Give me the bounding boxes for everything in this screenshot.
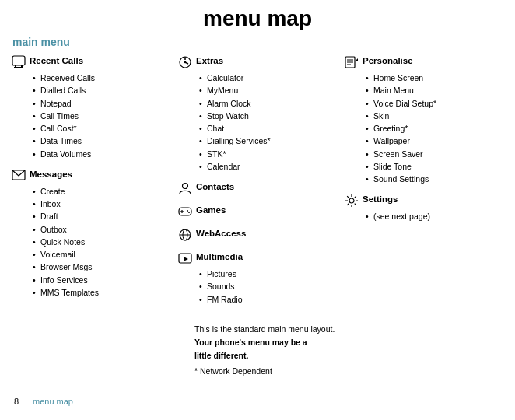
settings-icon [344, 193, 359, 208]
personalise-section: Personalise Home Screen Main Menu Voice … [344, 54, 504, 185]
svg-rect-3 [14, 67, 23, 68]
page-number: 8 [14, 397, 19, 406]
messages-header: Messages [11, 168, 171, 184]
extras-header: Extras [177, 54, 338, 70]
column-3: Personalise Home Screen Main Menu Voice … [341, 54, 507, 313]
multimedia-list: Pictures Sounds FM Radio [177, 268, 338, 306]
contacts-icon [177, 180, 193, 196]
games-icon [177, 204, 193, 219]
games-header: Games [177, 204, 338, 219]
webaccess-icon [177, 227, 193, 243]
page-title: menu map [0, 0, 515, 31]
footer: This is the standard main menu layout. Y… [0, 323, 515, 378]
footer-note: * Network Dependent [194, 365, 499, 378]
settings-list: (see next page) [344, 210, 504, 222]
extras-title: Extras [196, 54, 223, 65]
list-item: Voicemail [33, 248, 171, 261]
list-item: Pictures [199, 268, 338, 280]
games-section: Games [177, 204, 338, 219]
list-item: Skin [366, 110, 504, 122]
svg-point-24 [349, 198, 354, 203]
list-item: Sound Settings [366, 173, 504, 185]
list-item: Inbox [33, 198, 171, 210]
list-item: (see next page) [366, 210, 504, 222]
list-item: Greeting* [366, 122, 504, 135]
page-label-bottom: menu map [33, 397, 73, 406]
list-item: Call Times [33, 110, 171, 122]
list-item: Wallpaper [366, 135, 504, 147]
messages-section: Messages Create Inbox Draft Outbox Quick… [11, 168, 171, 299]
list-item: Slide Tone [366, 160, 504, 173]
list-item: FM Radio [199, 293, 338, 306]
list-item: Received Calls [33, 72, 171, 84]
column-1: Recent Calls Received Calls Dialled Call… [8, 54, 174, 313]
list-item: Dialled Calls [33, 84, 171, 96]
personalise-header: Personalise [344, 54, 504, 70]
list-item: Calculator [199, 72, 338, 84]
webaccess-title: WebAccess [196, 227, 246, 238]
recent-calls-list: Received Calls Dialled Calls Notepad Cal… [11, 72, 171, 160]
svg-rect-0 [12, 56, 25, 65]
messages-list: Create Inbox Draft Outbox Quick Notes Vo… [11, 185, 171, 299]
list-item: Draft [33, 210, 171, 222]
games-title: Games [196, 204, 226, 215]
list-item: Create [33, 185, 171, 198]
extras-icon [177, 54, 193, 70]
extras-section: Extras Calculator MyMenu Alarm Clock Sto… [177, 54, 338, 173]
list-item: Data Times [33, 135, 171, 147]
list-item: Alarm Clock [199, 97, 338, 110]
personalise-title: Personalise [363, 54, 413, 65]
settings-title: Settings [363, 193, 398, 204]
personalise-list: Home Screen Main Menu Voice Dial Setup* … [344, 72, 504, 185]
list-item: Outbox [33, 223, 171, 236]
webaccess-header: WebAccess [177, 227, 338, 243]
list-item: STK* [199, 148, 338, 160]
list-item: Info Services [33, 274, 171, 286]
recent-calls-icon [11, 54, 26, 70]
footer-line3: little different. [194, 349, 499, 362]
svg-point-8 [184, 61, 186, 63]
column-2: Extras Calculator MyMenu Alarm Clock Sto… [174, 54, 341, 313]
recent-calls-section: Recent Calls Received Calls Dialled Call… [11, 54, 171, 160]
main-content: Recent Calls Received Calls Dialled Call… [0, 54, 515, 313]
personalise-icon [344, 54, 359, 70]
messages-icon [11, 168, 26, 184]
list-item: Notepad [33, 97, 171, 110]
multimedia-section: Multimedia Pictures Sounds FM Radio [177, 250, 338, 306]
svg-point-13 [187, 210, 188, 212]
section-title: main menu [12, 36, 515, 48]
svg-point-14 [188, 212, 190, 213]
contacts-section: Contacts [177, 180, 338, 196]
recent-calls-header: Recent Calls [11, 54, 171, 70]
svg-marker-19 [184, 257, 188, 261]
footer-line2: Your phone's menu may be a [194, 336, 499, 349]
settings-section: Settings (see next page) [344, 193, 504, 222]
multimedia-title: Multimedia [196, 250, 243, 261]
list-item: Main Menu [366, 84, 504, 96]
list-item: MyMenu [199, 84, 338, 96]
contacts-title: Contacts [196, 180, 234, 191]
contacts-header: Contacts [177, 180, 338, 196]
list-item: Screen Saver [366, 148, 504, 160]
list-item: Call Cost* [33, 122, 171, 135]
footer-line1: This is the standard main menu layout. [194, 323, 499, 336]
list-item: Home Screen [366, 72, 504, 84]
list-item: Data Volumes [33, 148, 171, 160]
list-item: MMS Templates [33, 286, 171, 299]
webaccess-section: WebAccess [177, 227, 338, 243]
extras-list: Calculator MyMenu Alarm Clock Stop Watch… [177, 72, 338, 173]
multimedia-icon [177, 250, 193, 266]
list-item: Quick Notes [33, 236, 171, 248]
list-item: Dialling Services* [199, 135, 338, 147]
recent-calls-title: Recent Calls [30, 54, 83, 65]
list-item: Chat [199, 122, 338, 135]
list-item: Sounds [199, 280, 338, 292]
settings-header: Settings [344, 193, 504, 208]
list-item: Stop Watch [199, 110, 338, 122]
svg-point-9 [183, 184, 188, 189]
list-item: Browser Msgs [33, 261, 171, 273]
multimedia-header: Multimedia [177, 250, 338, 266]
messages-title: Messages [30, 168, 72, 179]
list-item: Calendar [199, 160, 338, 173]
list-item: Voice Dial Setup* [366, 97, 504, 110]
